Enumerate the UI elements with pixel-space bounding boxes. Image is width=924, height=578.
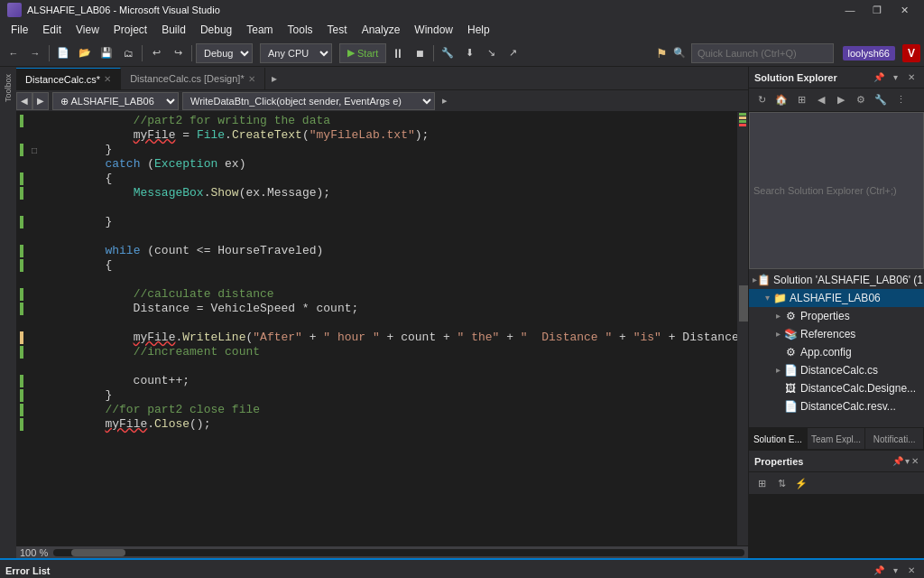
toolbox-button[interactable]: Toolbox [2, 70, 14, 106]
cpu-combo[interactable]: Any CPU [260, 43, 332, 63]
tree-item-appconfig[interactable]: ⚙ App.config [749, 343, 924, 361]
save-all-button[interactable]: 🗂 [118, 43, 138, 63]
pause-button[interactable]: ⏸ [388, 43, 408, 63]
maximize-button[interactable]: ❐ [864, 0, 890, 20]
attach-button[interactable]: 🔧 [438, 43, 457, 63]
prop-grid-button[interactable]: ⊞ [753, 474, 771, 492]
minimize-button[interactable]: — [837, 0, 863, 20]
appconfig-icon: ⚙ [783, 345, 798, 359]
code-line-4: catch (Exception ex) [49, 157, 730, 172]
save-button[interactable]: 💾 [97, 43, 116, 63]
tree-item-project[interactable]: ▾ 📁 ALSHAFIE_LAB06 [749, 289, 924, 307]
stop-button[interactable]: ⏹ [410, 43, 430, 63]
se-filter-button[interactable]: ⊞ [792, 91, 810, 109]
undo-button[interactable]: ↩ [146, 43, 166, 63]
gutter-item-20 [27, 403, 42, 417]
se-nav-right-button[interactable]: ▶ [832, 91, 850, 109]
vertical-scrollbar-thumb[interactable] [739, 285, 748, 322]
close-tab-2[interactable]: ✕ [248, 74, 255, 84]
se-tab-notifications[interactable]: Notificati... [865, 428, 924, 450]
line-ind-12 [16, 273, 27, 287]
menu-debug[interactable]: Debug [193, 22, 239, 38]
menu-build[interactable]: Build [154, 22, 193, 38]
se-search-input[interactable] [749, 112, 924, 269]
redo-button[interactable]: ↪ [168, 43, 188, 63]
tree-item-distancecalc[interactable]: ▸ 📄 DistanceCalc.cs [749, 361, 924, 379]
horizontal-scrollbar-track[interactable] [53, 549, 744, 556]
code-editor[interactable]: □ [16, 112, 748, 545]
tab-label-2: DistanceCalc.cs [Design]* [130, 73, 245, 84]
gutter-item-8 [27, 229, 42, 244]
menu-file[interactable]: File [4, 22, 35, 38]
se-home-button[interactable]: 🏠 [772, 91, 790, 109]
horizontal-scrollbar-thumb[interactable] [71, 549, 125, 556]
se-tab-team[interactable]: Team Expl... [808, 428, 866, 450]
left-toolbar: Toolbox [0, 67, 16, 558]
prop-dropdown-button[interactable]: ▾ [905, 456, 910, 466]
scroll-mark-2 [739, 117, 746, 119]
tree-item-resx[interactable]: 📄 DistanceCalc.resv... [749, 397, 924, 415]
close-button[interactable]: ✕ [892, 0, 917, 20]
nav-more-button[interactable]: ▸ [435, 91, 455, 111]
tab-distancecalc-cs[interactable]: DistanceCalc.cs* ✕ [16, 68, 121, 89]
se-pin-button[interactable]: 📌 [872, 70, 886, 85]
se-settings-button[interactable]: ⚙ [852, 91, 870, 109]
method-combo[interactable]: WriteDataBtn_Click(object sender, EventA… [182, 92, 435, 110]
se-toolbar: ↻ 🏠 ⊞ ◀ ▶ ⚙ 🔧 ⋮ [749, 89, 924, 112]
step-out-button[interactable]: ↗ [503, 43, 522, 63]
tree-item-solution[interactable]: ▸ 📋 Solution 'ALSHAFIE_LAB06' (1 pr... [749, 271, 924, 289]
se-props-button[interactable]: 🔧 [872, 91, 890, 109]
quick-launch-input[interactable] [691, 43, 834, 63]
solution-explorer: Solution Explorer 📌 ▾ ✕ ↻ 🏠 ⊞ ◀ ▶ ⚙ 🔧 ⋮ [749, 67, 924, 450]
menu-analyze[interactable]: Analyze [355, 22, 408, 38]
tree-expand-project: ▾ [762, 291, 772, 305]
se-refresh-button[interactable]: ↻ [753, 91, 771, 109]
menu-view[interactable]: View [69, 22, 106, 38]
forward-button[interactable]: → [25, 43, 45, 63]
step-in-button[interactable]: ↘ [481, 43, 501, 63]
prop-sort-button[interactable]: ⇅ [772, 474, 790, 492]
tree-item-properties[interactable]: ▸ ⚙ Properties [749, 307, 924, 325]
menu-help[interactable]: Help [460, 22, 497, 38]
nav-back-arrow[interactable]: ◀ [16, 92, 32, 110]
gutter-item-15 [27, 331, 42, 345]
gutter-item-13 [27, 302, 42, 316]
se-tab-solution[interactable]: Solution E... [749, 428, 808, 450]
se-close-button[interactable]: ✕ [904, 70, 919, 85]
back-button[interactable]: ← [4, 43, 23, 63]
code-line-6: MessageBox.Show(ex.Message); [49, 186, 730, 200]
line-ind-19 [16, 374, 27, 388]
prop-event-button[interactable]: ⚡ [792, 474, 810, 492]
close-tab-1[interactable]: ✕ [104, 74, 111, 84]
gutter-item-fold[interactable]: □ [27, 143, 42, 157]
se-nav-left-button[interactable]: ◀ [812, 91, 830, 109]
ep-pin-button[interactable]: 📌 [872, 564, 886, 578]
class-scope-combo[interactable]: ⊕ ALSHAFIE_LAB06 [52, 92, 179, 110]
code-line-19: count++; [49, 374, 730, 388]
menu-edit[interactable]: Edit [35, 22, 69, 38]
prop-content [749, 494, 924, 558]
menu-project[interactable]: Project [106, 22, 154, 38]
menu-tools[interactable]: Tools [281, 22, 320, 38]
ep-dropdown-button[interactable]: ▾ [888, 564, 902, 578]
debug-mode-combo[interactable]: Debug [196, 43, 253, 63]
tree-item-references[interactable]: ▸ 📚 References [749, 325, 924, 343]
more-tabs-button[interactable]: ▸ [265, 68, 283, 89]
tab-distancecalc-design[interactable]: DistanceCalc.cs [Design]* ✕ [121, 68, 265, 89]
open-button[interactable]: 📂 [75, 43, 95, 63]
code-editor-content[interactable]: //part2 for writing the data myFile = Fi… [42, 112, 737, 545]
menu-test[interactable]: Test [320, 22, 355, 38]
step-over-button[interactable]: ⬇ [459, 43, 479, 63]
se-dropdown-button[interactable]: ▾ [888, 70, 902, 85]
prop-close-button[interactable]: ✕ [911, 456, 919, 466]
menu-team[interactable]: Team [239, 22, 280, 38]
se-more-button[interactable]: ⋮ [892, 91, 910, 109]
se-header-controls: 📌 ▾ ✕ [872, 70, 919, 85]
ep-close-button[interactable]: ✕ [904, 564, 919, 578]
start-button[interactable]: ▶ Start [339, 43, 386, 63]
prop-pin-button[interactable]: 📌 [892, 456, 903, 466]
tree-item-designer[interactable]: 🖼 DistanceCalc.Designe... [749, 379, 924, 397]
menu-window[interactable]: Window [407, 22, 460, 38]
new-file-button[interactable]: 📄 [53, 43, 73, 63]
nav-forward-arrow[interactable]: ▶ [32, 92, 49, 110]
